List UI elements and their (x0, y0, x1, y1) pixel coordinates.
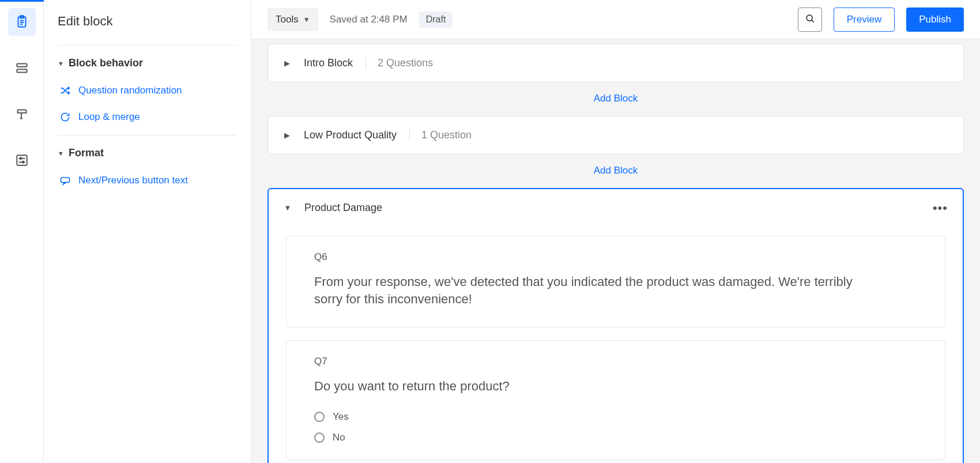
rail-survey-icon[interactable] (8, 8, 36, 36)
add-block-link[interactable]: Add Block (267, 155, 964, 185)
svg-rect-12 (61, 178, 70, 182)
choice-option[interactable]: Yes (314, 406, 917, 427)
sidebar-section-format: ▼ Format Next/Previous button text (58, 135, 237, 198)
collapse-icon[interactable]: ▼ (284, 204, 292, 212)
choice-option[interactable]: No (314, 427, 917, 448)
block-name: Product Damage (304, 202, 382, 214)
question-id: Q6 (314, 251, 917, 263)
loop-icon (59, 111, 71, 123)
link-question-randomization[interactable]: Question randomization (58, 77, 237, 104)
question-text: Do you want to return the product? (314, 378, 879, 395)
button-text-icon (59, 174, 71, 187)
canvas: ▶ Intro Block 2 Questions Add Block ▶ Lo… (251, 39, 980, 463)
block-qcount: 1 Question (409, 129, 472, 141)
sidebar-title: Edit block (58, 14, 237, 29)
section-label: Block behavior (69, 57, 143, 69)
question-card[interactable]: Q7 Do you want to return the product? Ye… (286, 340, 945, 460)
choice-label: Yes (333, 411, 349, 423)
choice-list: Yes No (314, 406, 917, 448)
tools-dropdown[interactable]: Tools ▼ (267, 8, 318, 31)
rail-flow-icon[interactable] (8, 54, 36, 82)
link-label: Next/Previous button text (78, 175, 188, 186)
link-label: Loop & merge (78, 111, 140, 123)
link-label: Question randomization (78, 85, 182, 96)
block-intro[interactable]: ▶ Intro Block 2 Questions (267, 44, 964, 82)
add-block-link[interactable]: Add Block (267, 82, 964, 112)
shuffle-icon (59, 84, 71, 97)
search-icon (804, 13, 816, 26)
more-icon[interactable]: ••• (933, 206, 948, 210)
caret-down-icon: ▼ (58, 150, 64, 157)
svg-point-13 (806, 15, 812, 21)
caret-down-icon: ▼ (58, 60, 64, 67)
section-label: Format (69, 147, 104, 159)
sidebar: Edit block ▼ Block behavior Question ran… (44, 0, 251, 463)
svg-point-11 (22, 161, 24, 163)
question-card[interactable]: Q6 From your response, we've detected th… (286, 236, 945, 328)
tools-label: Tools (276, 14, 299, 25)
saved-status: Saved at 2:48 PM (330, 14, 408, 25)
svg-point-9 (20, 157, 21, 159)
draft-badge: Draft (419, 12, 453, 28)
question-id: Q7 (314, 356, 917, 367)
sidebar-section-behavior: ▼ Block behavior Question randomization (58, 45, 237, 135)
section-header-behavior[interactable]: ▼ Block behavior (58, 57, 237, 69)
svg-rect-5 (17, 63, 27, 66)
block-name: Intro Block (304, 57, 353, 69)
question-list: Q6 From your response, we've detected th… (269, 220, 963, 463)
block-name: Low Product Quality (304, 129, 397, 141)
block-qcount: 2 Questions (365, 57, 433, 69)
search-button[interactable] (798, 7, 822, 32)
svg-rect-6 (17, 69, 27, 72)
publish-button[interactable]: Publish (906, 7, 964, 32)
block-low-quality[interactable]: ▶ Low Product Quality 1 Question (267, 116, 964, 155)
expand-icon[interactable]: ▶ (283, 131, 291, 140)
radio-icon (314, 432, 325, 443)
expand-icon[interactable]: ▶ (283, 59, 291, 67)
icon-rail (0, 0, 44, 463)
topbar: Tools ▼ Saved at 2:48 PM Draft Preview P… (251, 0, 980, 39)
question-text: From your response, we've detected that … (314, 273, 879, 307)
link-next-prev-text[interactable]: Next/Previous button text (58, 167, 237, 194)
section-header-format[interactable]: ▼ Format (58, 147, 237, 159)
svg-line-14 (812, 20, 814, 22)
rail-theme-icon[interactable] (8, 100, 36, 128)
preview-button[interactable]: Preview (834, 7, 895, 32)
block-product-damage[interactable]: ▼ Product Damage ••• Q6 From your respon… (267, 188, 964, 463)
main: Tools ▼ Saved at 2:48 PM Draft Preview P… (251, 0, 980, 463)
chevron-down-icon: ▼ (303, 16, 310, 24)
link-loop-merge[interactable]: Loop & merge (58, 104, 237, 130)
choice-label: No (333, 432, 345, 443)
rail-options-icon[interactable] (8, 146, 36, 174)
radio-icon (314, 412, 325, 422)
svg-rect-7 (17, 155, 27, 165)
